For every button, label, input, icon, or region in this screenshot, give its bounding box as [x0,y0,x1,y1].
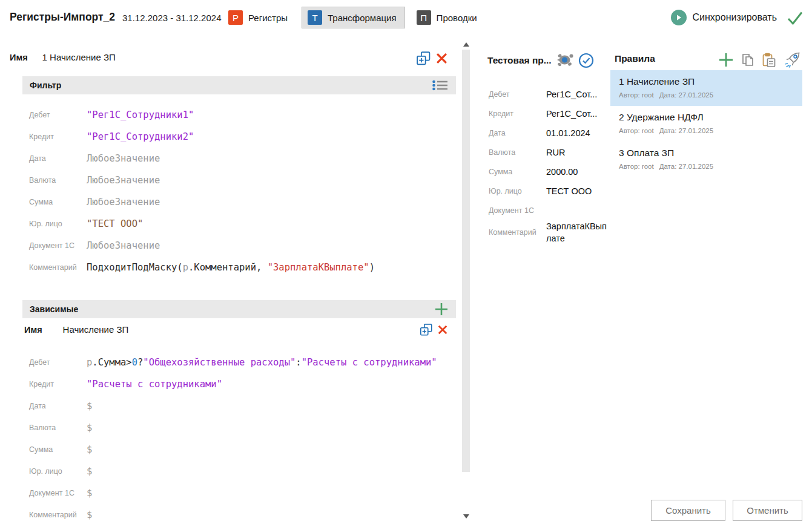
field-value[interactable]: ЛюбоеЗначение [87,197,160,208]
tab-transform[interactable]: ТТрансформация [302,7,405,28]
confirm-check-icon[interactable] [787,10,804,26]
sync-button[interactable]: Синхронизировать [671,10,777,25]
field-row: Дебет"Рег1С_Сотрудники1" [22,104,456,126]
rule-meta: Автор: rootДата: 27.01.2025 [619,163,794,170]
scrollbar-thumb[interactable] [462,50,470,472]
sync-label: Синхронизировать [693,12,777,23]
field-value[interactable]: ЛюбоеЗначение [87,240,160,251]
field-value[interactable]: $ [87,509,92,520]
field-value[interactable]: ЗарплатаКВыплате [546,220,610,244]
field-value[interactable]: $ [87,466,92,477]
delete-rule-icon[interactable] [435,52,448,65]
rule-author: Автор: root [619,163,654,170]
run-rules-icon[interactable] [783,51,801,69]
rule-meta: Автор: rootДата: 27.01.2025 [619,91,794,99]
field-row: Дебетр.Сумма>0?"Общехозяйственные расход… [22,352,456,373]
field-label: Документ 1С [489,206,546,215]
filter-section-title: Фильтр [30,80,61,90]
field-label: Документ 1С [29,489,85,497]
field-value[interactable]: 01.01.2024 [546,127,610,139]
code-segment: ? [137,357,143,368]
field-label: Дата [29,154,85,163]
field-row: СуммаЛюбоеЗначение [22,191,456,213]
code-segment: ЛюбоеЗначение [87,240,160,251]
field-row: ДатаЛюбоеЗначение [22,148,456,169]
field-label: Валюта [29,176,85,185]
field-row: Дата$ [22,395,456,417]
filter-list-icon[interactable] [432,79,449,91]
field-value[interactable]: $ [87,444,92,455]
tab-registry[interactable]: РРегистры [222,7,296,28]
field-value[interactable]: $ [87,401,92,411]
rules-list: 1 Начисление ЗПАвтор: rootДата: 27.01.20… [610,70,802,177]
scroll-up-button[interactable] [463,42,469,47]
code-segment: "Расчеты с сотрудниками" [302,357,437,368]
code-segment: "Расчеты с сотрудниками" [87,379,222,390]
field-label: Юр. лицо [489,187,546,195]
code-segment: 0 [132,357,137,368]
tab-badge-registry-icon: Р [228,10,243,25]
field-row: КомментарийПодходитПодМаску(р.Комментари… [22,257,456,278]
field-label: Юр. лицо [29,220,85,228]
field-value[interactable]: ЛюбоеЗначение [87,153,160,164]
turtle-icon[interactable] [556,52,574,68]
tab-entries[interactable]: ППроводки [411,7,486,28]
field-value[interactable]: "Расчеты с сотрудниками" [87,379,222,390]
test-entry-header: Тестовая пр... [487,52,609,68]
field-label: Кредит [489,110,546,118]
paste-rules-icon[interactable] [762,53,776,68]
play-icon [671,10,687,25]
add-dependent-icon[interactable] [434,302,449,316]
cancel-button[interactable]: Отменить [733,500,802,521]
rule-title: 2 Удержание НДФЛ [619,112,794,123]
date-range: 31.12.2023 - 31.12.2024 [122,13,221,23]
tab-badge-entries-icon: П [417,10,431,25]
save-button[interactable]: Сохранить [651,500,725,521]
field-value[interactable]: ТЕСТ ООО [546,185,610,197]
duplicate-rule-icon[interactable] [416,51,431,66]
code-segment: .Сумма> [92,357,131,368]
tab-label: Трансформация [328,13,397,23]
field-label: Дебет [489,90,546,99]
code-segment: ЛюбоеЗначение [87,175,160,186]
rule-list-item[interactable]: 2 Удержание НДФЛАвтор: rootДата: 27.01.2… [610,106,802,142]
field-label: Сумма [29,445,85,454]
field-row: Сумма$ [22,439,456,460]
filter-section-header: Фильтр [22,76,456,94]
copy-rules-icon[interactable] [741,53,755,67]
field-value[interactable]: RUR [546,146,610,159]
field-label: Комментарий [489,228,546,237]
field-row: Юр. лицо$ [22,460,456,482]
add-rule-icon[interactable] [718,52,734,68]
delete-dependent-icon[interactable] [437,324,448,335]
field-value[interactable]: Рег1С_Сот... [546,108,610,120]
field-value[interactable]: "ТЕСТ ООО" [87,218,143,229]
field-value[interactable]: "Рег1С_Сотрудники2" [87,131,194,142]
rule-meta: Автор: rootДата: 27.01.2025 [619,127,794,134]
name-label: Имя [24,325,42,335]
rule-list-item[interactable]: 1 Начисление ЗПАвтор: rootДата: 27.01.20… [610,70,802,106]
field-value[interactable]: ПодходитПодМаску(р.Комментарий, "Зарплат… [87,262,375,273]
test-field-row: КомментарийЗарплатаКВыплате [489,220,613,244]
field-label: Сумма [29,198,85,206]
rule-list-item[interactable]: 3 Оплата ЗПАвтор: rootДата: 27.01.2025 [610,142,802,177]
duplicate-dependent-icon[interactable] [420,323,433,336]
rules-toolbar [718,51,801,69]
code-segment: "ЗарплатаКВыплате" [268,262,369,273]
rule-date: Дата: 27.01.2025 [659,91,713,99]
field-value[interactable]: 2000.00 [546,166,610,178]
field-value[interactable]: ЛюбоеЗначение [87,175,160,186]
rule-name-value[interactable]: 1 Начисление ЗП [42,52,116,62]
test-entry-title: Тестовая пр... [487,55,552,66]
field-value[interactable]: $ [87,488,92,499]
field-value[interactable]: р.Сумма>0?"Общехозяйственные расходы":"Р… [87,357,437,368]
field-label: Кредит [29,380,85,388]
code-segment: р [87,357,92,368]
validate-check-icon[interactable] [578,53,594,68]
dependents-section-header: Зависимые [22,300,456,318]
dependent-name-value[interactable]: Начисление ЗП [63,324,129,335]
scroll-down-button[interactable] [463,514,469,519]
field-value[interactable]: "Рег1С_Сотрудники1" [87,110,194,120]
field-value[interactable]: Рег1С_Сот... [546,88,610,100]
field-value[interactable]: $ [87,422,92,433]
